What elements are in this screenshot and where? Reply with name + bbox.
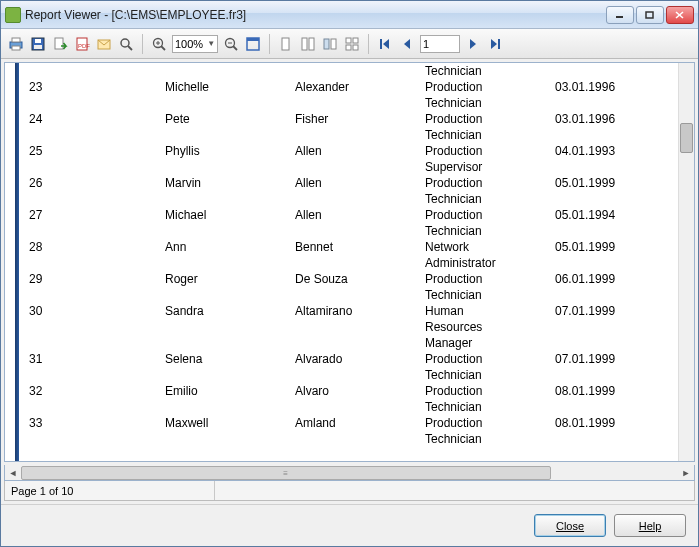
- cell-jobtitle: ProductionTechnician: [425, 175, 555, 207]
- cell-firstname: Michelle: [165, 79, 295, 111]
- page-layout-1-icon[interactable]: [277, 35, 295, 53]
- cell-jobtitle: HumanResourcesManager: [425, 303, 555, 351]
- status-empty: [215, 481, 694, 500]
- cell-number: 33: [25, 415, 165, 447]
- cell-jobtitle: NetworkAdministrator: [425, 239, 555, 271]
- svg-rect-5: [12, 38, 20, 42]
- cell-lastname: Bennet: [295, 239, 425, 271]
- page-number-input[interactable]: [420, 35, 460, 53]
- maximize-button[interactable]: [636, 6, 664, 24]
- email-icon[interactable]: [95, 35, 113, 53]
- table-row: 27MichaelAllenProductionTechnician05.01.…: [25, 207, 678, 239]
- dropdown-arrow-icon: ▼: [207, 39, 215, 48]
- report-body: Technician 23MichelleAlexanderProduction…: [5, 63, 678, 461]
- export-icon[interactable]: [51, 35, 69, 53]
- svg-rect-28: [324, 39, 329, 49]
- hscroll-track[interactable]: ≡: [21, 466, 678, 480]
- svg-rect-26: [302, 38, 307, 50]
- svg-rect-9: [34, 45, 42, 49]
- svg-rect-27: [309, 38, 314, 50]
- cell-lastname: De Souza: [295, 271, 425, 303]
- statusbar: Page 1 of 10: [4, 481, 695, 501]
- find-icon[interactable]: [117, 35, 135, 53]
- svg-line-15: [128, 46, 132, 50]
- svg-rect-29: [331, 39, 336, 49]
- zoom-in-icon[interactable]: [150, 35, 168, 53]
- app-icon: [5, 7, 21, 23]
- table-row: 24PeteFisherProductionTechnician03.01.19…: [25, 111, 678, 143]
- close-button[interactable]: Close: [534, 514, 606, 537]
- cell-firstname: Maxwell: [165, 415, 295, 447]
- fullscreen-icon[interactable]: [244, 35, 262, 53]
- horizontal-scrollbar[interactable]: ◄ ≡ ►: [4, 465, 695, 481]
- cell-jobtitle: ProductionTechnician: [425, 207, 555, 239]
- cell-lastname: Allen: [295, 207, 425, 239]
- last-page-icon[interactable]: [486, 35, 504, 53]
- prev-page-icon[interactable]: [398, 35, 416, 53]
- cell-date: 04.01.1993: [555, 143, 645, 175]
- cell-jobtitle: ProductionTechnician: [425, 111, 555, 143]
- cell-firstname: Selena: [165, 351, 295, 383]
- print-icon[interactable]: [7, 35, 25, 53]
- cell-firstname: Ann: [165, 239, 295, 271]
- outline-icon[interactable]: [321, 35, 339, 53]
- cell-date: 03.01.1996: [555, 111, 645, 143]
- cell-lastname: Allen: [295, 175, 425, 207]
- table-row: 33MaxwellAmlandProductionTechnician08.01…: [25, 415, 678, 447]
- svg-rect-10: [55, 38, 63, 49]
- cell-firstname: Marvin: [165, 175, 295, 207]
- svg-rect-8: [35, 39, 41, 43]
- cell-date: 05.01.1994: [555, 207, 645, 239]
- first-page-icon[interactable]: [376, 35, 394, 53]
- table-row: 25PhyllisAllenProductionSupervisor04.01.…: [25, 143, 678, 175]
- svg-text:PDF: PDF: [78, 43, 90, 49]
- cell-date: 08.01.1999: [555, 383, 645, 415]
- zoom-combobox[interactable]: 100%▼: [172, 35, 218, 53]
- svg-rect-30: [346, 38, 351, 43]
- cell-lastname: Alvaro: [295, 383, 425, 415]
- cell-jobtitle: ProductionTechnician: [425, 79, 555, 111]
- cell-date: 08.01.1999: [555, 415, 645, 447]
- cell-number: 26: [25, 175, 165, 207]
- table-row: 31SelenaAlvaradoProductionTechnician07.0…: [25, 351, 678, 383]
- hscroll-thumb[interactable]: ≡: [21, 466, 551, 480]
- hscroll-right-arrow-icon[interactable]: ►: [678, 466, 694, 480]
- cell-jobtitle: ProductionTechnician: [425, 415, 555, 447]
- cell-jobtitle: ProductionSupervisor: [425, 143, 555, 175]
- cell-jobtitle: ProductionTechnician: [425, 271, 555, 303]
- cell-jobtitle: ProductionTechnician: [425, 383, 555, 415]
- cell-number: 30: [25, 303, 165, 351]
- cell-lastname: Amland: [295, 415, 425, 447]
- cell-lastname: Fisher: [295, 111, 425, 143]
- zoom-out-icon[interactable]: [222, 35, 240, 53]
- thumbnails-icon[interactable]: [343, 35, 361, 53]
- svg-rect-31: [353, 38, 358, 43]
- vertical-scroll-thumb[interactable]: [680, 123, 693, 153]
- toolbar-separator: [142, 34, 143, 54]
- page-layout-2-icon[interactable]: [299, 35, 317, 53]
- cell-lastname: Altamirano: [295, 303, 425, 351]
- svg-rect-32: [346, 45, 351, 50]
- next-page-icon[interactable]: [464, 35, 482, 53]
- vertical-scrollbar[interactable]: [678, 63, 694, 461]
- cell-firstname: Roger: [165, 271, 295, 303]
- titlebar: Report Viewer - [C:\EMS\EMPLOYEE.fr3]: [1, 1, 698, 29]
- hscroll-left-arrow-icon[interactable]: ◄: [5, 466, 21, 480]
- cell-number: 31: [25, 351, 165, 383]
- table-row: 32EmilioAlvaroProductionTechnician08.01.…: [25, 383, 678, 415]
- app-window: Report Viewer - [C:\EMS\EMPLOYEE.fr3] PD…: [0, 0, 699, 547]
- table-row: 26MarvinAllenProductionTechnician05.01.1…: [25, 175, 678, 207]
- svg-point-14: [121, 39, 129, 47]
- pdf-icon[interactable]: PDF: [73, 35, 91, 53]
- minimize-button[interactable]: [606, 6, 634, 24]
- table-row: 30SandraAltamiranoHumanResourcesManager0…: [25, 303, 678, 351]
- cell-jobtitle: Technician: [425, 63, 555, 79]
- close-window-button[interactable]: [666, 6, 694, 24]
- help-button[interactable]: Help: [614, 514, 686, 537]
- report-table: Technician 23MichelleAlexanderProduction…: [25, 63, 678, 461]
- cell-date: 05.01.1999: [555, 239, 645, 271]
- toolbar: PDF 100%▼: [1, 29, 698, 59]
- save-icon[interactable]: [29, 35, 47, 53]
- cell-date: 06.01.1999: [555, 271, 645, 303]
- cell-firstname: Phyllis: [165, 143, 295, 175]
